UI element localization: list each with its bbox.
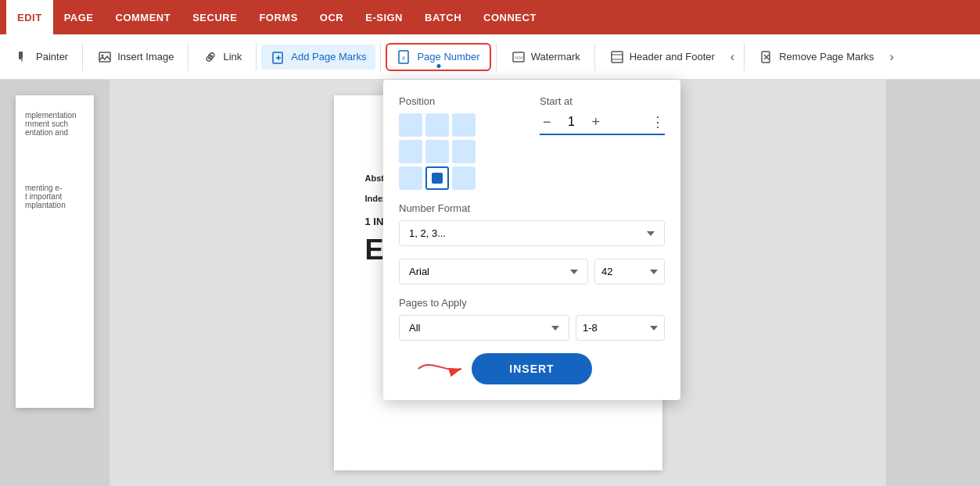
insert-image-button[interactable]: Insert Image <box>88 45 183 70</box>
paint-icon <box>16 49 31 65</box>
insert-arrow <box>415 358 469 380</box>
plus-icon <box>271 49 286 65</box>
remove-icon <box>759 49 774 65</box>
add-page-marks-button[interactable]: Add Page Marks <box>261 45 375 70</box>
left-panel: mplementation rnment such entation and m… <box>0 80 109 486</box>
stepper-increment[interactable]: + <box>589 114 604 130</box>
link-icon <box>203 49 218 65</box>
nav-item-connect[interactable]: CONNECT <box>472 0 547 34</box>
number-format-section: Number Format 1, 2, 3... i, ii, iii... I… <box>399 202 665 246</box>
nav-item-edit[interactable]: EDIT <box>6 0 53 34</box>
position-section: Position <box>399 95 524 190</box>
sep-3 <box>256 43 257 71</box>
number-format-select[interactable]: 1, 2, 3... i, ii, iii... I, II, III... a… <box>399 220 665 246</box>
page-number-label: Page Number <box>417 51 479 63</box>
nav-item-esign[interactable]: E-SIGN <box>354 0 414 34</box>
main-area: mplementation rnment such entation and m… <box>0 80 980 486</box>
pos-bot-left[interactable] <box>399 166 422 190</box>
doc-left-text-2: menting e- t important mplantation <box>25 184 84 209</box>
toolbar-chevron-left[interactable]: ‹ <box>726 47 739 67</box>
stepper: − 1 + ⋮ <box>540 113 665 135</box>
sep-2 <box>188 43 188 71</box>
nav-item-ocr[interactable]: OCR <box>309 0 354 34</box>
drop-cap: E <box>365 236 384 264</box>
toolbar: Painter Insert Image Link <box>0 34 980 80</box>
pages-range-select[interactable]: 1-8 1-5 2-8 <box>576 315 665 341</box>
popup-top-row: Position Start at − 1 <box>399 95 665 190</box>
watermark-button[interactable]: WM Watermark <box>501 45 590 70</box>
position-grid <box>399 113 524 190</box>
page-number-icon: # <box>397 49 412 65</box>
header-footer-label: Header and Footer <box>630 51 715 63</box>
remove-page-marks-button[interactable]: Remove Page Marks <box>749 45 883 70</box>
sep-5 <box>496 43 497 71</box>
svg-text:#: # <box>402 55 405 61</box>
font-section: Arial Times New Roman Helvetica Courier … <box>399 259 665 284</box>
nav-item-secure[interactable]: SECURE <box>181 0 248 34</box>
nav-item-forms[interactable]: FORMS <box>248 0 308 34</box>
arrow-indicator <box>415 358 469 380</box>
doc-left-text: mplementation rnment such entation and <box>25 111 84 137</box>
add-page-marks-label: Add Page Marks <box>291 51 366 63</box>
insert-image-label: Insert Image <box>117 51 174 63</box>
chevron-right-icon: › <box>890 50 894 64</box>
header-icon <box>609 49 625 65</box>
watermark-icon: WM <box>511 49 526 65</box>
font-select[interactable]: Arial Times New Roman Helvetica Courier <box>399 259 588 284</box>
svg-rect-1 <box>21 58 23 62</box>
sep-4 <box>380 43 381 71</box>
number-format-label: Number Format <box>399 202 665 214</box>
pos-mid-center[interactable] <box>425 140 449 163</box>
pages-all-select[interactable]: All Even Odd Custom <box>399 315 569 341</box>
painter-label: Painter <box>36 51 68 63</box>
stepper-more-icon[interactable]: ⋮ <box>651 113 665 130</box>
right-panel <box>886 80 980 486</box>
svg-text:WM: WM <box>515 55 523 60</box>
watermark-label: Watermark <box>531 51 580 63</box>
nav-item-batch[interactable]: BATCH <box>414 0 472 34</box>
link-button[interactable]: Link <box>193 45 251 70</box>
page-number-button[interactable]: # Page Number <box>386 43 490 71</box>
pos-top-left[interactable] <box>399 113 422 137</box>
sep-1 <box>82 43 83 71</box>
pos-bot-center[interactable] <box>425 166 449 190</box>
size-select[interactable]: 42 8 10 12 14 18 24 36 48 72 <box>594 259 665 284</box>
pos-mid-left[interactable] <box>399 140 422 163</box>
nav-item-comment[interactable]: COMMENT <box>105 0 182 34</box>
sep-6 <box>594 43 595 71</box>
stepper-value: 1 <box>564 115 580 129</box>
pos-top-center[interactable] <box>425 113 449 137</box>
position-label: Position <box>399 95 524 107</box>
pos-top-right[interactable] <box>452 113 476 137</box>
insert-container: INSERT <box>399 353 665 384</box>
start-at-label: Start at <box>540 95 665 107</box>
pages-section: Pages to Apply All Even Odd Custom 1-8 1… <box>399 297 665 341</box>
painter-button[interactable]: Painter <box>6 45 77 70</box>
toolbar-chevron-right[interactable]: › <box>885 47 899 67</box>
pages-label: Pages to Apply <box>399 297 665 309</box>
nav-bar: EDIT PAGE COMMENT SECURE FORMS OCR E-SIG… <box>0 0 980 34</box>
pos-mid-right[interactable] <box>452 140 476 163</box>
page-number-popup: Position Start at − 1 <box>383 80 680 400</box>
svg-rect-11 <box>612 52 623 63</box>
link-label: Link <box>223 51 242 63</box>
stepper-decrement[interactable]: − <box>540 114 555 130</box>
remove-page-marks-label: Remove Page Marks <box>779 51 874 63</box>
insert-button[interactable]: INSERT <box>472 353 591 384</box>
svg-rect-2 <box>99 52 110 62</box>
image-icon <box>97 49 113 65</box>
chevron-left-icon: ‹ <box>731 50 734 64</box>
header-footer-button[interactable]: Header and Footer <box>600 45 724 70</box>
sep-7 <box>744 43 745 71</box>
font-row: Arial Times New Roman Helvetica Courier … <box>399 259 665 284</box>
pages-row: All Even Odd Custom 1-8 1-5 2-8 <box>399 315 665 341</box>
pos-bot-right[interactable] <box>452 166 476 190</box>
nav-item-page[interactable]: PAGE <box>53 0 105 34</box>
start-at-section: Start at − 1 + ⋮ <box>540 95 665 190</box>
